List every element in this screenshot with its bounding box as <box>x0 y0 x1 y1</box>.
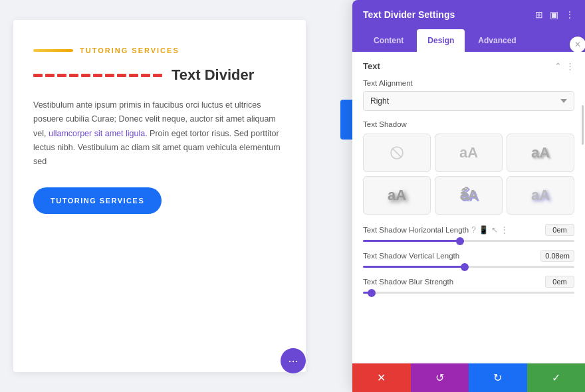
dashed-line <box>33 74 162 77</box>
shadow-option-medium[interactable]: aA <box>507 134 574 172</box>
vertical-length-label: Text Shadow Vertical Length <box>363 252 459 260</box>
heading-row: TUTORING SERVICES <box>33 47 286 54</box>
horizontal-length-slider-row <box>363 240 574 242</box>
panel-tabs: Content Design Advanced <box>352 29 585 52</box>
vertical-length-fill <box>363 266 465 268</box>
responsive-icon[interactable]: ⊞ <box>535 9 543 20</box>
section-more-icon[interactable]: ⋮ <box>566 61 574 71</box>
cta-button[interactable]: TUTORING SERVICES <box>33 187 162 214</box>
reset-button[interactable]: ↺ <box>411 363 469 392</box>
svg-line-1 <box>392 148 402 157</box>
shadow-option-none[interactable] <box>363 134 431 172</box>
more-options-icon[interactable]: ⋮ <box>565 9 574 20</box>
vertical-length-slider-row <box>363 266 574 268</box>
horizontal-length-label: Text Shadow Horizontal Length ? 📱 ↖ ⋮ <box>363 225 509 235</box>
alignment-label: Text Alignment <box>363 79 574 87</box>
blur-strength-slider-row <box>363 292 574 294</box>
blur-strength-section: Text Shadow Blur Strength 0em <box>363 276 574 294</box>
shadow-option-outline[interactable]: aA <box>363 176 431 215</box>
canvas-card: TUTORING SERVICES Text Divider Vestibulu… <box>13 20 306 372</box>
tab-advanced[interactable]: Advanced <box>467 29 526 52</box>
settings-panel: Text Divider Settings ⊞ ▣ ⋮ Content Desi… <box>352 0 585 392</box>
vertical-length-section: Text Shadow Vertical Length 0.08em <box>363 250 574 268</box>
panel-footer: ✕ ↺ ↻ ✓ <box>352 363 585 392</box>
horizontal-length-header: Text Shadow Horizontal Length ? 📱 ↖ ⋮ 0e… <box>363 224 574 236</box>
panel-close-button[interactable]: ✕ <box>570 37 585 52</box>
shadow-option-glow[interactable]: aA <box>507 176 574 215</box>
horizontal-length-section: Text Shadow Horizontal Length ? 📱 ↖ ⋮ 0e… <box>363 224 574 242</box>
blur-strength-header: Text Shadow Blur Strength 0em <box>363 276 574 288</box>
alignment-select[interactable]: Left Center Right <box>363 91 574 111</box>
no-shadow-icon <box>390 146 404 160</box>
section-header-icons: ⌃ ⋮ <box>554 61 574 71</box>
device-icon-h[interactable]: 📱 <box>479 225 489 235</box>
shadow-grid: aA aA aA ẩA aA <box>363 134 574 215</box>
horizontal-length-track[interactable] <box>363 240 574 242</box>
layout-icon[interactable]: ▣ <box>550 9 558 20</box>
horizontal-length-fill <box>363 240 460 242</box>
canvas-area: TUTORING SERVICES Text Divider Vestibulu… <box>0 0 319 392</box>
text-section-header: Text ⌃ ⋮ <box>363 61 574 71</box>
panel-content: Text ⌃ ⋮ Text Alignment Left Center Righ… <box>352 52 585 363</box>
more-icon: ··· <box>288 354 298 368</box>
horizontal-length-thumb[interactable] <box>456 237 464 245</box>
panel-header: Text Divider Settings ⊞ ▣ ⋮ <box>352 0 585 29</box>
shadow-label: Text Shadow <box>363 120 574 128</box>
blur-strength-value: 0em <box>545 276 574 288</box>
blur-strength-label: Text Shadow Blur Strength <box>363 278 453 286</box>
body-link[interactable]: ullamcorper sit amet <box>49 129 124 138</box>
redo-icon: ↻ <box>493 371 502 384</box>
collapse-icon[interactable]: ⌃ <box>554 61 562 71</box>
help-icon-h[interactable]: ? <box>471 225 476 235</box>
reset-icon: ↺ <box>435 371 444 384</box>
body-text: Vestibulum ante ipsum primis in faucibus… <box>33 98 286 169</box>
vertical-length-track[interactable] <box>363 266 574 268</box>
heading-line <box>33 49 73 52</box>
confirm-icon: ✓ <box>552 371 560 384</box>
horizontal-length-value: 0em <box>545 224 574 236</box>
divider-title: Text Divider <box>172 66 254 84</box>
blur-strength-thumb[interactable] <box>368 289 376 297</box>
panel-header-icons: ⊞ ▣ ⋮ <box>535 9 574 20</box>
panel-title: Text Divider Settings <box>363 9 455 20</box>
tab-content[interactable]: Content <box>363 29 414 52</box>
shadow-option-retro[interactable]: ẩA <box>435 176 503 215</box>
cancel-button[interactable]: ✕ <box>352 363 411 392</box>
vertical-length-value: 0.08em <box>540 250 574 262</box>
divider-row: Text Divider <box>33 66 286 84</box>
text-section-title: Text <box>363 61 380 71</box>
blur-strength-track[interactable] <box>363 292 574 294</box>
cancel-icon: ✕ <box>377 371 386 384</box>
scrollbar[interactable] <box>582 105 584 145</box>
redo-button[interactable]: ↻ <box>469 363 527 392</box>
vertical-length-header: Text Shadow Vertical Length 0.08em <box>363 250 574 262</box>
more-button[interactable]: ··· <box>281 348 306 373</box>
tab-design[interactable]: Design <box>417 29 465 52</box>
vertical-length-thumb[interactable] <box>461 263 469 271</box>
shadow-option-light[interactable]: aA <box>435 134 503 172</box>
heading-text: TUTORING SERVICES <box>80 47 179 54</box>
more-icon-h[interactable]: ⋮ <box>501 225 509 235</box>
cursor-icon-h[interactable]: ↖ <box>491 225 498 235</box>
confirm-button[interactable]: ✓ <box>527 363 586 392</box>
slider-label-icons-h: ? 📱 ↖ ⋮ <box>471 225 509 235</box>
right-edge-handle[interactable] <box>340 100 352 140</box>
